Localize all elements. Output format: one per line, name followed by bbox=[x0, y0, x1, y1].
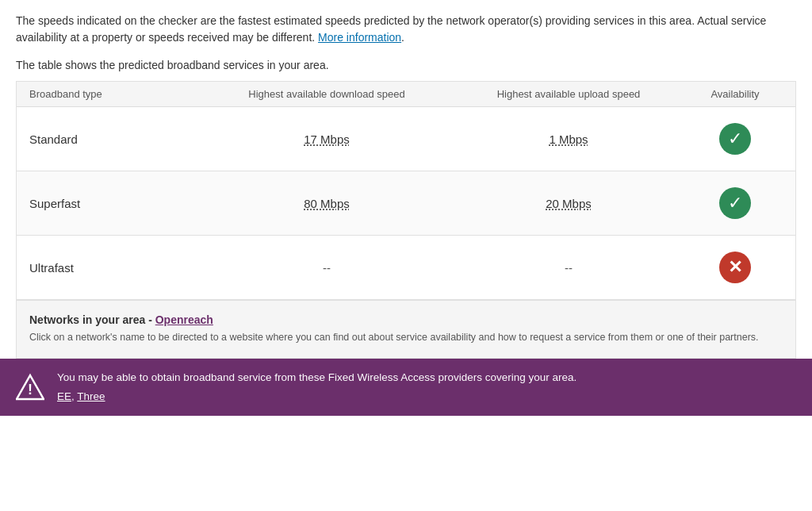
warning-links: EE, Three bbox=[57, 389, 576, 405]
speed-upload-superfast: 20 Mbps bbox=[546, 197, 592, 210]
openreach-link[interactable]: Openreach bbox=[155, 313, 213, 326]
unavailable-cross-icon-ultrafast: ✕ bbox=[719, 252, 751, 283]
row-type-standard: Standard bbox=[29, 133, 204, 146]
more-info-link[interactable]: More information bbox=[318, 31, 401, 44]
row-availability-standard: ✓ bbox=[688, 123, 783, 155]
main-container: The speeds indicated on the checker are … bbox=[0, 0, 812, 359]
svg-text:!: ! bbox=[28, 382, 33, 398]
row-availability-superfast: ✓ bbox=[688, 187, 783, 219]
available-check-icon-superfast: ✓ bbox=[719, 187, 751, 219]
row-upload-standard: 1 Mbps bbox=[450, 133, 688, 146]
row-type-ultrafast: Ultrafast bbox=[29, 261, 204, 275]
table-row-superfast: Superfast 80 Mbps 20 Mbps ✓ bbox=[17, 171, 795, 236]
table-intro: The table shows the predicted broadband … bbox=[16, 59, 796, 71]
row-upload-ultrafast: -- bbox=[450, 261, 688, 275]
header-availability: Availability bbox=[688, 88, 783, 100]
header-type: Broadband type bbox=[29, 88, 204, 100]
networks-section: Networks in your area - Openreach Click … bbox=[17, 300, 795, 358]
row-availability-ultrafast: ✕ bbox=[688, 252, 783, 283]
row-download-ultrafast: -- bbox=[204, 261, 450, 275]
warning-link-ee[interactable]: EE bbox=[57, 390, 71, 402]
header-download: Highest available download speed bbox=[204, 88, 450, 100]
table-row-standard: Standard 17 Mbps 1 Mbps ✓ bbox=[17, 107, 795, 171]
row-download-standard: 17 Mbps bbox=[204, 133, 450, 146]
info-paragraph-1: The speeds indicated on the checker are … bbox=[16, 13, 796, 46]
header-upload: Highest available upload speed bbox=[450, 88, 688, 100]
speed-download-ultrafast: -- bbox=[323, 261, 331, 275]
speed-download-standard: 17 Mbps bbox=[304, 133, 350, 146]
broadband-table: Broadband type Highest available downloa… bbox=[16, 81, 796, 359]
warning-link-three[interactable]: Three bbox=[77, 390, 105, 402]
warning-triangle-icon: ! bbox=[16, 373, 44, 402]
speed-download-superfast: 80 Mbps bbox=[304, 197, 350, 210]
warning-banner: ! You may be able to obtain broadband se… bbox=[0, 359, 812, 417]
table-row-ultrafast: Ultrafast -- -- ✕ bbox=[17, 236, 795, 300]
networks-title-text: Networks in your area - bbox=[29, 313, 155, 326]
warning-text-container: You may be able to obtain broadband serv… bbox=[57, 370, 576, 405]
row-download-superfast: 80 Mbps bbox=[204, 197, 450, 210]
row-type-superfast: Superfast bbox=[29, 197, 204, 210]
networks-title: Networks in your area - Openreach bbox=[29, 313, 783, 326]
speed-upload-ultrafast: -- bbox=[565, 261, 573, 275]
table-header-row: Broadband type Highest available downloa… bbox=[17, 82, 795, 107]
speed-upload-standard: 1 Mbps bbox=[549, 133, 588, 146]
row-upload-superfast: 20 Mbps bbox=[450, 197, 688, 210]
warning-message: You may be able to obtain broadband serv… bbox=[57, 370, 576, 386]
networks-description: Click on a network's name to be directed… bbox=[29, 331, 783, 345]
available-check-icon-standard: ✓ bbox=[719, 123, 751, 155]
